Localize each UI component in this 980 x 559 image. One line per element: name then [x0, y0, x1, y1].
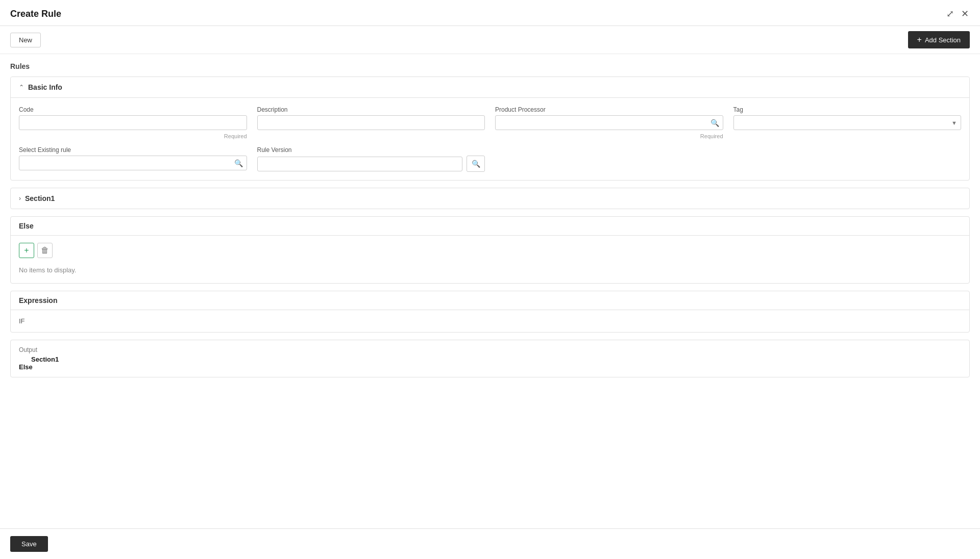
- select-existing-rule-group: Select Existing rule 🔍: [19, 146, 247, 172]
- chevron-down-icon: ⌃: [19, 84, 24, 91]
- form-grid-row2: Select Existing rule 🔍 Rule Version 🔍: [19, 146, 961, 172]
- expression-header: Expression: [11, 291, 969, 310]
- toolbar: New + Add Section: [0, 26, 980, 54]
- else-action-btns: + 🗑: [19, 243, 961, 258]
- rules-label: Rules: [10, 62, 970, 70]
- modal-title: Create Rule: [10, 9, 61, 19]
- tag-field-group: Tag ▼: [733, 106, 962, 139]
- content: Rules ⌃ Basic Info Code Required Descri: [0, 54, 980, 528]
- trash-icon: 🗑: [41, 246, 49, 255]
- basic-info-body: Code Required Description Product Proces…: [11, 98, 969, 180]
- code-required: Required: [19, 133, 247, 139]
- basic-info-title: Basic Info: [28, 83, 62, 91]
- empty-col-4: [733, 146, 962, 172]
- product-processor-input[interactable]: [495, 115, 723, 130]
- chevron-right-icon: ›: [19, 195, 21, 202]
- tag-select-wrapper: ▼: [733, 115, 962, 130]
- output-label: Output: [19, 346, 961, 353]
- output-else-value: Else: [19, 363, 961, 371]
- close-icon: ✕: [961, 8, 969, 19]
- else-add-button[interactable]: +: [19, 243, 34, 258]
- form-grid-row1: Code Required Description Product Proces…: [19, 106, 961, 139]
- description-label: Description: [257, 106, 485, 113]
- add-section-button[interactable]: + Add Section: [908, 31, 970, 48]
- description-field-group: Description: [257, 106, 485, 139]
- create-rule-modal: Create Rule ⤢ ✕ New + Add Section Rules …: [0, 0, 980, 559]
- save-button[interactable]: Save: [10, 536, 48, 552]
- plus-icon: +: [917, 35, 922, 44]
- close-button[interactable]: ✕: [960, 7, 970, 20]
- description-input[interactable]: [257, 115, 485, 130]
- search-icon: 🔍: [472, 160, 480, 168]
- expression-body: IF: [11, 310, 969, 332]
- else-delete-button[interactable]: 🗑: [37, 243, 53, 258]
- code-input[interactable]: [19, 115, 247, 130]
- rule-version-label: Rule Version: [257, 146, 485, 154]
- section1-header[interactable]: › Section1: [11, 188, 969, 209]
- rule-version-group: Rule Version 🔍: [257, 146, 485, 172]
- select-existing-rule-wrapper: 🔍: [19, 156, 247, 170]
- expand-icon: ⤢: [946, 8, 954, 19]
- expression-if-label: IF: [19, 317, 961, 325]
- output-section: Output Section1 Else: [10, 340, 970, 377]
- modal-header: Create Rule ⤢ ✕: [0, 0, 980, 26]
- plus-icon: +: [24, 246, 29, 255]
- else-section: Else + 🗑 No items to display.: [10, 216, 970, 284]
- expression-section: Expression IF: [10, 291, 970, 333]
- rule-version-row: 🔍: [257, 156, 485, 172]
- add-section-label: Add Section: [925, 36, 961, 44]
- section1-title: Section1: [25, 194, 55, 202]
- product-processor-required: Required: [495, 133, 723, 139]
- code-label: Code: [19, 106, 247, 113]
- modal-header-icons: ⤢ ✕: [945, 7, 970, 20]
- select-existing-rule-label: Select Existing rule: [19, 146, 247, 154]
- product-processor-wrapper: 🔍: [495, 115, 723, 130]
- product-processor-field-group: Product Processor 🔍 Required: [495, 106, 723, 139]
- code-field-group: Code Required: [19, 106, 247, 139]
- empty-col-3: [495, 146, 723, 172]
- output-section1-value: Section1: [19, 355, 961, 363]
- rule-version-search-button[interactable]: 🔍: [467, 156, 485, 172]
- else-empty-message: No items to display.: [19, 264, 961, 276]
- tag-select[interactable]: [733, 115, 962, 130]
- new-button[interactable]: New: [10, 33, 41, 47]
- rule-version-input[interactable]: [257, 157, 463, 171]
- else-section-header: Else: [11, 217, 969, 236]
- tag-label: Tag: [733, 106, 962, 113]
- else-section-body: + 🗑 No items to display.: [11, 236, 969, 283]
- section1-accordion: › Section1: [10, 188, 970, 209]
- expand-icon-button[interactable]: ⤢: [945, 7, 955, 20]
- basic-info-header[interactable]: ⌃ Basic Info: [11, 77, 969, 98]
- basic-info-accordion: ⌃ Basic Info Code Required Description: [10, 77, 970, 181]
- product-processor-label: Product Processor: [495, 106, 723, 113]
- footer: Save: [0, 528, 980, 559]
- select-existing-rule-input[interactable]: [19, 156, 247, 170]
